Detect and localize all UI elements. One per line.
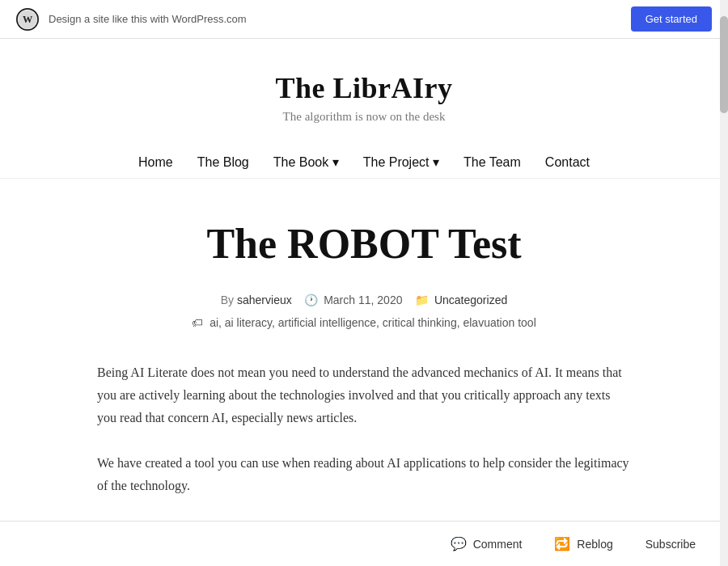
site-title: The LibrAIry — [16, 71, 712, 105]
scrollbar[interactable] — [720, 0, 728, 566]
meta-separator-1 — [295, 294, 302, 306]
post-body: Being AI Literate does not mean you need… — [97, 361, 631, 497]
site-header: The LibrAIry The algorithm is now on the… — [0, 39, 728, 140]
post-paragraph-1: Being AI Literate does not mean you need… — [97, 361, 631, 429]
meta-by: By — [221, 294, 237, 306]
tag-icon: 🏷 — [192, 316, 203, 329]
nav-item-book[interactable]: The Book ▾ — [273, 154, 339, 170]
navigation-bar: Home The Blog The Book ▾ The Project ▾ T… — [0, 140, 728, 179]
wordpress-top-bar: W Design a site like this with WordPress… — [0, 0, 728, 39]
subscribe-label: Subscribe — [645, 538, 696, 551]
comment-label: Comment — [473, 538, 523, 551]
nav-item-project[interactable]: The Project ▾ — [363, 154, 439, 170]
reblog-icon: 🔁 — [554, 536, 570, 551]
clock-icon: 🕐 — [304, 294, 318, 306]
nav-item-contact[interactable]: Contact — [545, 155, 590, 170]
comment-button[interactable]: 💬 Comment — [434, 530, 539, 558]
site-tagline: The algorithm is now on the desk — [16, 110, 712, 124]
wp-bar-text: Design a site like this with WordPress.c… — [49, 13, 621, 25]
wordpress-logo-icon: W — [16, 8, 39, 31]
comment-icon: 💬 — [451, 536, 467, 551]
tags-list: ai, ai literacy, artificial intelligence… — [210, 316, 536, 329]
post-paragraph-2: We have created a tool you can use when … — [97, 452, 631, 497]
nav-item-home[interactable]: Home — [138, 155, 173, 170]
svg-text:W: W — [23, 13, 33, 24]
post-tags: 🏷 ai, ai literacy, artificial intelligen… — [97, 316, 631, 329]
scrollbar-thumb[interactable] — [720, 16, 728, 113]
get-started-button[interactable]: Get started — [631, 6, 712, 32]
bottom-action-bar: 💬 Comment 🔁 Reblog Subscribe — [0, 521, 728, 566]
post-author[interactable]: sahervieux — [237, 294, 292, 306]
post-title: The ROBOT Test — [97, 219, 631, 269]
nav-item-blog[interactable]: The Blog — [197, 155, 249, 170]
reblog-button[interactable]: 🔁 Reblog — [538, 530, 629, 558]
main-content: The ROBOT Test By sahervieux 🕐 March 11,… — [49, 179, 679, 566]
main-nav: Home The Blog The Book ▾ The Project ▾ T… — [138, 154, 590, 170]
meta-separator-2 — [405, 294, 412, 306]
subscribe-button[interactable]: Subscribe — [629, 531, 712, 557]
post-meta: By sahervieux 🕐 March 11, 2020 📁 Uncateg… — [97, 294, 631, 306]
nav-item-team[interactable]: The Team — [463, 155, 521, 170]
post-category[interactable]: Uncategorized — [434, 294, 507, 306]
post-date: March 11, 2020 — [324, 294, 402, 306]
folder-icon: 📁 — [415, 294, 429, 306]
reblog-label: Reblog — [577, 538, 612, 551]
